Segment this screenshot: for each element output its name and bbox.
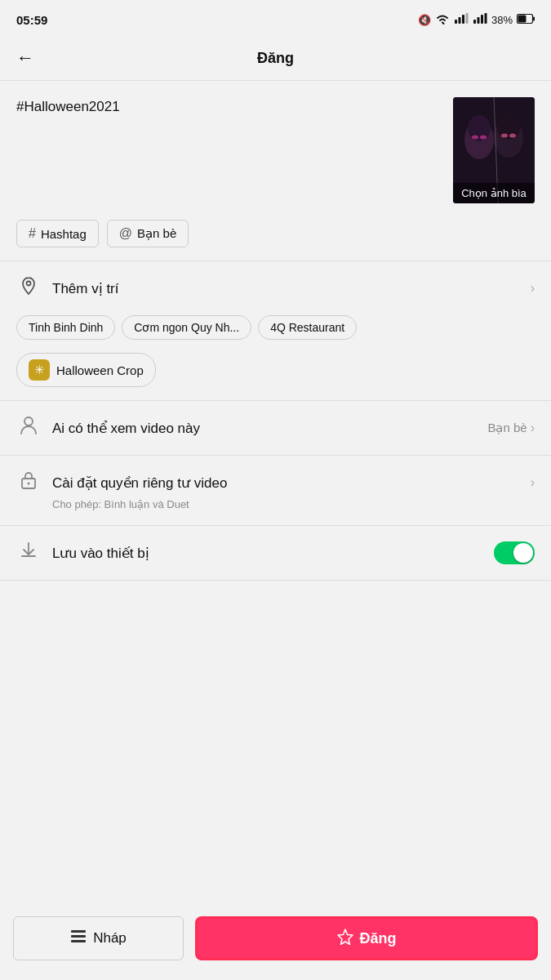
caption-text-wrap[interactable]: #Halloween2021 (16, 97, 445, 117)
svg-point-19 (509, 134, 516, 138)
effect-row: ✳ Halloween Crop (0, 353, 551, 400)
save-device-row: Lưu vào thiết bị (0, 526, 551, 580)
battery-icon (517, 14, 535, 26)
svg-rect-1 (458, 17, 460, 24)
person-icon (16, 416, 41, 440)
effect-icon: ✳ (29, 359, 50, 381)
post-label: Đăng (360, 930, 397, 947)
section-divider-5 (0, 580, 551, 581)
status-bar: 05:59 🔇 38% (0, 0, 551, 36)
svg-rect-27 (71, 940, 86, 942)
location-chevron: › (531, 281, 535, 296)
at-icon: @ (119, 226, 132, 241)
post-icon (337, 929, 353, 949)
svg-point-22 (24, 417, 33, 425)
caption-area: #Halloween2021 Chọn ảnh bìa (0, 81, 551, 212)
svg-point-13 (468, 115, 491, 141)
svg-rect-4 (473, 20, 476, 24)
who-can-watch-chevron: › (531, 421, 535, 435)
svg-rect-10 (518, 15, 527, 22)
save-device-toggle[interactable] (494, 541, 535, 564)
svg-rect-6 (481, 15, 483, 24)
svg-rect-26 (71, 935, 86, 938)
top-nav: ← Đăng (0, 36, 551, 80)
svg-point-21 (27, 282, 31, 286)
draft-button[interactable]: Nháp (13, 916, 184, 960)
bottom-area: Nháp Đăng (0, 905, 551, 980)
privacy-settings-row[interactable]: Cài đặt quyền riêng tư video › Cho phép:… (0, 456, 551, 525)
who-can-watch-label: Ai có thể xem video này (52, 420, 476, 437)
friend-label: Bạn bè (137, 226, 176, 241)
status-time: 05:59 (16, 13, 47, 27)
download-icon (16, 541, 41, 565)
mute-icon: 🔇 (418, 14, 431, 26)
privacy-label: Cài đặt quyền riêng tư video (52, 474, 519, 492)
svg-rect-2 (462, 15, 464, 24)
draft-icon (70, 929, 87, 948)
cover-thumbnail[interactable]: Chọn ảnh bìa (453, 97, 535, 203)
hash-icon: # (29, 226, 36, 241)
location-chip-1[interactable]: Cơm ngon Quy Nh... (122, 315, 251, 340)
tag-row: # Hashtag @ Bạn bè (0, 212, 551, 261)
wifi-icon (435, 13, 450, 27)
privacy-sub: Cho phép: Bình luận và Duet (52, 498, 535, 510)
post-button[interactable]: Đăng (195, 916, 538, 960)
svg-point-18 (501, 134, 508, 138)
svg-rect-5 (477, 17, 479, 24)
location-icon (16, 276, 41, 301)
effect-chip[interactable]: ✳ Halloween Crop (16, 353, 156, 387)
hashtag-label: Hashtag (41, 227, 87, 241)
svg-point-17 (497, 114, 520, 140)
svg-point-24 (28, 483, 30, 485)
signal-icon (454, 13, 469, 27)
svg-point-14 (472, 136, 478, 140)
cover-label[interactable]: Chọn ảnh bìa (453, 183, 535, 203)
who-can-watch-value: Bạn bè › (487, 421, 535, 435)
back-button[interactable]: ← (16, 47, 34, 69)
location-row[interactable]: Thêm vị trí › (0, 261, 551, 315)
signal-icon-2 (473, 13, 487, 27)
page-title: Đăng (257, 50, 294, 67)
hashtag-button[interactable]: # Hashtag (16, 220, 99, 247)
privacy-chevron: › (531, 475, 535, 490)
status-icons: 🔇 38% (418, 13, 535, 27)
location-label: Thêm vị trí (52, 280, 519, 297)
save-device-label: Lưu vào thiết bị (52, 545, 482, 562)
battery-text: 38% (491, 14, 513, 26)
who-can-watch-row[interactable]: Ai có thể xem video này Bạn bè › (0, 401, 551, 455)
effect-label: Halloween Crop (56, 363, 144, 377)
lock-icon (16, 470, 41, 495)
location-chip-0[interactable]: Tinh Binh Dinh (16, 315, 115, 340)
privacy-main: Cài đặt quyền riêng tư video › (16, 470, 535, 495)
draft-label: Nháp (93, 930, 127, 947)
svg-rect-3 (465, 13, 468, 24)
location-chips: Tinh Binh Dinh Cơm ngon Quy Nh... 4Q Res… (0, 315, 551, 353)
caption-text: #Halloween2021 (16, 99, 120, 114)
friend-button[interactable]: @ Bạn bè (107, 220, 189, 247)
svg-point-15 (480, 136, 487, 140)
svg-rect-9 (533, 16, 535, 20)
location-chip-2[interactable]: 4Q Restaurant (258, 315, 357, 340)
svg-rect-25 (71, 930, 86, 933)
svg-rect-7 (484, 13, 487, 24)
svg-rect-0 (455, 20, 457, 24)
